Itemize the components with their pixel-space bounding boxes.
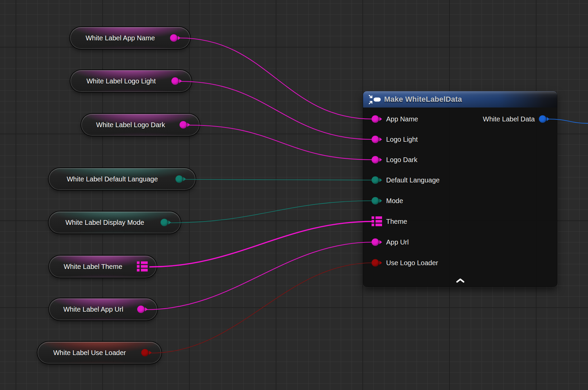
wire-white-label-logo-light-to-logo-light[interactable]	[181, 81, 373, 139]
node-header[interactable]: Make WhiteLabelData	[363, 91, 557, 108]
pin-row-app-url: App Url	[372, 236, 409, 248]
collapse-button[interactable]	[456, 278, 465, 283]
pin-label: App Name	[386, 115, 418, 123]
struct-output-pin[interactable]	[137, 261, 148, 272]
string-input-pin[interactable]	[372, 156, 382, 163]
pin-row-use-logo-loader: Use Logo Loader	[372, 257, 438, 269]
struct-grid-icon	[137, 261, 148, 272]
boolean-input-pin[interactable]	[372, 259, 382, 267]
variable-node-white-label-display-mode[interactable]: White Label Display Mode	[49, 212, 181, 233]
string-output-pin[interactable]	[171, 77, 182, 85]
node-title: Make WhiteLabelData	[384, 95, 462, 104]
enum-input-pin[interactable]	[372, 176, 382, 184]
pin-label: Logo Light	[386, 136, 418, 143]
pin-label: Use Logo Loader	[386, 259, 438, 267]
pin-row-app-name: App Name	[372, 113, 418, 125]
string-output-pin[interactable]	[170, 34, 181, 42]
wire-white-label-display-mode-to-mode[interactable]	[170, 201, 373, 223]
pin-row-mode: Mode	[372, 195, 403, 207]
string-input-pin[interactable]	[372, 136, 382, 143]
pin-row-logo-light: Logo Light	[372, 134, 418, 145]
wire-white-label-logo-dark-to-logo-dark[interactable]	[189, 125, 373, 160]
pin-row-logo-dark: Logo Dark	[372, 154, 417, 165]
variable-label: White Label Logo Light	[70, 77, 172, 85]
variable-node-white-label-use-loader[interactable]: White Label Use Loader	[38, 342, 161, 364]
pin-label: White Label Data	[483, 115, 535, 123]
string-input-pin[interactable]	[372, 238, 382, 246]
enum-output-pin[interactable]	[175, 175, 186, 183]
variable-label: White Label Logo Dark	[81, 121, 180, 129]
wire-white-label-app-url-to-app-url[interactable]	[146, 242, 373, 310]
variable-label: White Label Default Language	[49, 175, 176, 183]
wire-white-label-use-loader-to-use-logo-loader[interactable]	[151, 263, 373, 353]
wire-white-label-default-language-to-default-language[interactable]	[185, 179, 373, 180]
pin-row-default-language: Default Language	[372, 174, 440, 186]
variable-label: White Label App Name	[70, 34, 170, 42]
pin-label: Default Language	[386, 176, 440, 184]
enum-output-pin[interactable]	[161, 219, 171, 226]
variable-node-white-label-default-language[interactable]: White Label Default Language	[49, 168, 195, 190]
string-input-pin[interactable]	[372, 115, 382, 123]
pin-label: Theme	[386, 218, 407, 226]
variable-node-white-label-app-url[interactable]: White Label App Url	[49, 298, 157, 320]
pin-row-theme: Theme	[372, 216, 407, 227]
pin-row-white-label-data: White Label Data	[483, 113, 549, 125]
variable-label: White Label Display Mode	[49, 219, 161, 227]
variable-label: White Label Theme	[49, 263, 137, 271]
make-struct-icon	[369, 95, 381, 104]
blueprint-canvas[interactable]: White Label App Name White Label Logo Li…	[0, 0, 588, 390]
string-output-pin[interactable]	[180, 121, 190, 129]
make-whitelabeldata-node[interactable]: Make WhiteLabelData App Name Logo Light …	[363, 91, 557, 287]
variable-node-white-label-logo-dark[interactable]: White Label Logo Dark	[81, 114, 200, 136]
pin-label: Logo Dark	[386, 156, 417, 164]
string-output-pin[interactable]	[137, 306, 148, 313]
wire-white-label-app-name-to-app-name[interactable]	[180, 38, 373, 119]
variable-node-white-label-app-name[interactable]: White Label App Name	[70, 27, 190, 49]
struct-grid-icon	[372, 216, 382, 227]
struct-output-pin[interactable]	[539, 115, 549, 123]
variable-node-white-label-theme[interactable]: White Label Theme	[49, 256, 156, 277]
variable-node-white-label-logo-light[interactable]: White Label Logo Light	[70, 70, 191, 92]
variable-label: White Label App Url	[49, 306, 138, 313]
struct-input-pin[interactable]	[372, 216, 382, 227]
pin-label: App Url	[386, 238, 409, 246]
boolean-output-pin[interactable]	[141, 349, 152, 356]
chevron-up-icon	[456, 278, 465, 283]
variable-label: White Label Use Loader	[38, 349, 142, 357]
wire-white-label-theme-to-theme[interactable]	[149, 221, 373, 267]
enum-input-pin[interactable]	[372, 197, 382, 204]
pin-label: Mode	[386, 197, 403, 205]
